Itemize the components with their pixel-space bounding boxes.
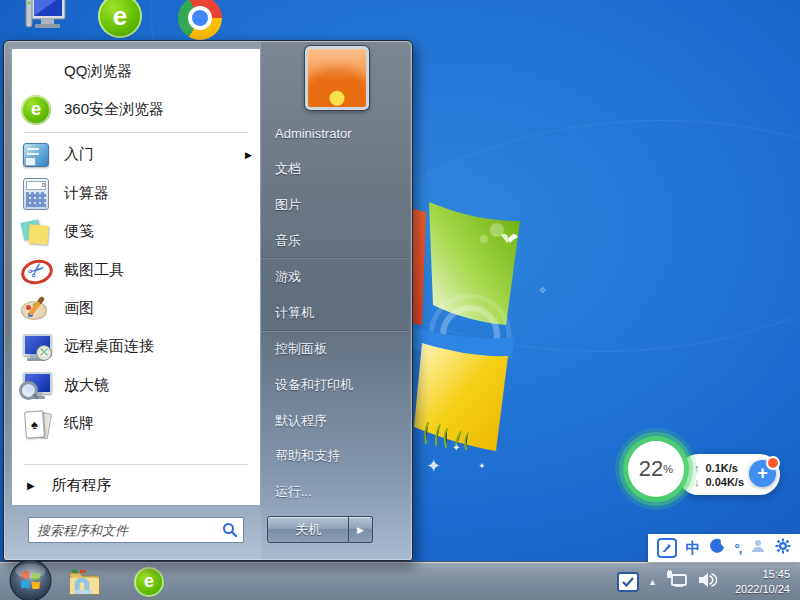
getting-started-icon	[20, 139, 52, 171]
start-menu-item-getting-started[interactable]: 入门 ▶	[12, 136, 260, 174]
360-browser-icon: e	[134, 567, 164, 597]
magnifier-icon	[20, 369, 52, 401]
360-browser-icon: e	[98, 0, 142, 38]
wallpaper-sparkle: ✦	[452, 442, 460, 453]
clock-date: 2022/10/24	[726, 582, 790, 596]
start-menu-item-360-browser[interactable]: e 360安全浏览器	[12, 90, 260, 128]
start-menu-item-paint[interactable]: 画图	[12, 289, 260, 327]
all-programs-arrow-icon: ▶	[27, 480, 35, 491]
user-avatar[interactable]	[305, 46, 369, 110]
wallpaper-butterfly-sparkle: ✧	[538, 284, 547, 297]
desktop: ✦ ✦ ✦ ✧ e QQ浏览器 e	[0, 0, 800, 600]
show-hidden-icons-button[interactable]: ▲	[648, 577, 657, 587]
ime-user-icon[interactable]	[750, 538, 766, 558]
remote-desktop-icon: ⤫	[20, 331, 52, 363]
tray-volume-icon[interactable]	[697, 571, 717, 593]
search-input[interactable]	[28, 517, 244, 543]
menu-item-label: 放大镜	[64, 376, 252, 395]
submenu-arrow-icon: ▶	[245, 150, 252, 160]
item-help-support[interactable]: 帮助和支持	[261, 438, 410, 474]
chrome-icon	[178, 0, 222, 40]
item-pictures[interactable]: 图片	[261, 187, 410, 223]
item-computer[interactable]: 计算机	[261, 295, 410, 331]
search-icon[interactable]	[222, 522, 238, 538]
ime-settings-gear-icon[interactable]	[775, 538, 791, 558]
tray-clock[interactable]: 15:45 2022/10/24	[726, 567, 798, 596]
ime-punctuation-button[interactable]: °,	[735, 541, 742, 556]
tray-checkmark-icon[interactable]	[617, 572, 639, 592]
explorer-folder-icon	[68, 568, 102, 596]
percent-sign: %	[663, 463, 673, 475]
calculator-icon	[20, 177, 52, 209]
download-arrow-icon: ↓	[694, 476, 700, 488]
start-menu: QQ浏览器 e 360安全浏览器 入门 ▶ 计算器	[3, 40, 413, 561]
ime-logo-icon[interactable]	[657, 538, 677, 558]
upload-speed-value: 0.1K/s	[706, 462, 738, 474]
start-menu-item-calculator[interactable]: 计算器	[12, 174, 260, 212]
snipping-tool-icon: ✂	[20, 254, 52, 286]
qq-browser-icon	[20, 55, 52, 87]
system-tray: ▲ 15:45 2022/10/24	[617, 562, 798, 600]
start-menu-item-sticky-notes[interactable]: 便笺	[12, 213, 260, 251]
menu-item-label: 入门	[64, 145, 233, 164]
solitaire-icon: ♠	[20, 408, 52, 440]
search-area	[11, 506, 261, 554]
menu-item-label: QQ浏览器	[64, 62, 252, 81]
menu-item-label: 360安全浏览器	[64, 100, 252, 119]
desktop-icon-360-browser[interactable]: e	[96, 0, 144, 40]
shutdown-options-button[interactable]: ▶	[349, 516, 373, 543]
menu-item-label: 远程桌面连接	[64, 337, 252, 356]
item-control-panel[interactable]: 控制面板	[261, 331, 410, 368]
start-menu-item-snipping-tool[interactable]: ✂ 截图工具	[12, 251, 260, 289]
menu-item-label: 计算器	[64, 184, 252, 203]
places-list: Administrator 文档 图片 音乐 游戏 计算机 控制面板 设备和打印…	[261, 116, 410, 510]
ime-fullwidth-moon-icon[interactable]	[710, 538, 726, 558]
item-documents[interactable]: 文档	[261, 152, 410, 188]
all-programs-button[interactable]: ▶ 所有程序	[12, 465, 260, 505]
taskbar-explorer-button[interactable]	[62, 565, 108, 598]
menu-item-label: 画图	[64, 299, 252, 318]
item-music[interactable]: 音乐	[261, 223, 410, 259]
shutdown-controls: 关机 ▶	[267, 516, 373, 543]
menu-separator	[24, 132, 248, 133]
notification-dot	[766, 456, 780, 470]
start-menu-programs-panel: QQ浏览器 e 360安全浏览器 入门 ▶ 计算器	[11, 48, 261, 506]
clock-time: 15:45	[726, 567, 790, 581]
ime-toolbar: 中 °,	[648, 534, 800, 562]
paint-icon	[20, 293, 52, 325]
item-games[interactable]: 游戏	[261, 258, 410, 295]
shutdown-button[interactable]: 关机	[267, 516, 349, 543]
memory-percent-value: 22	[639, 456, 663, 482]
ime-language-mode-button[interactable]: 中	[686, 539, 701, 558]
user-name-item[interactable]: Administrator	[261, 116, 410, 152]
start-menu-item-qq-browser[interactable]: QQ浏览器	[12, 52, 260, 90]
item-default-programs[interactable]: 默认程序	[261, 403, 410, 439]
start-menu-places-panel: Administrator 文档 图片 音乐 游戏 计算机 控制面板 设备和打印…	[261, 42, 410, 559]
sticky-notes-icon	[20, 216, 52, 248]
pinned-programs-list: QQ浏览器 e 360安全浏览器 入门 ▶ 计算器	[12, 49, 260, 443]
desktop-icon-chrome[interactable]	[176, 0, 224, 42]
tray-network-icon[interactable]	[666, 570, 688, 594]
desktop-icon-computer[interactable]	[22, 0, 70, 38]
chevron-right-icon: ▶	[357, 525, 364, 535]
360-browser-icon: e	[20, 94, 52, 126]
start-button[interactable]	[9, 559, 52, 600]
download-speed-value: 0.04K/s	[706, 476, 745, 488]
wallpaper-flag	[396, 175, 616, 475]
start-menu-item-solitaire[interactable]: ♠ 纸牌	[12, 405, 260, 443]
start-menu-item-remote-desktop[interactable]: ⤫ 远程桌面连接	[12, 328, 260, 366]
start-menu-item-magnifier[interactable]: 放大镜	[12, 366, 260, 404]
item-run[interactable]: 运行...	[261, 474, 410, 510]
taskbar-360-browser-button[interactable]: e	[126, 565, 172, 598]
menu-item-label: 纸牌	[64, 414, 252, 433]
memory-usage-ball[interactable]: 22%	[628, 441, 684, 497]
menu-item-label: 便笺	[64, 222, 252, 241]
all-programs-label: 所有程序	[52, 476, 112, 495]
wallpaper-sparkle: ✦	[426, 455, 441, 477]
upload-arrow-icon: ↑	[694, 462, 700, 474]
menu-item-label: 截图工具	[64, 261, 252, 280]
wallpaper-sparkle: ✦	[478, 461, 486, 471]
item-devices-printers[interactable]: 设备和打印机	[261, 367, 410, 403]
taskbar: e ▲	[0, 561, 800, 600]
